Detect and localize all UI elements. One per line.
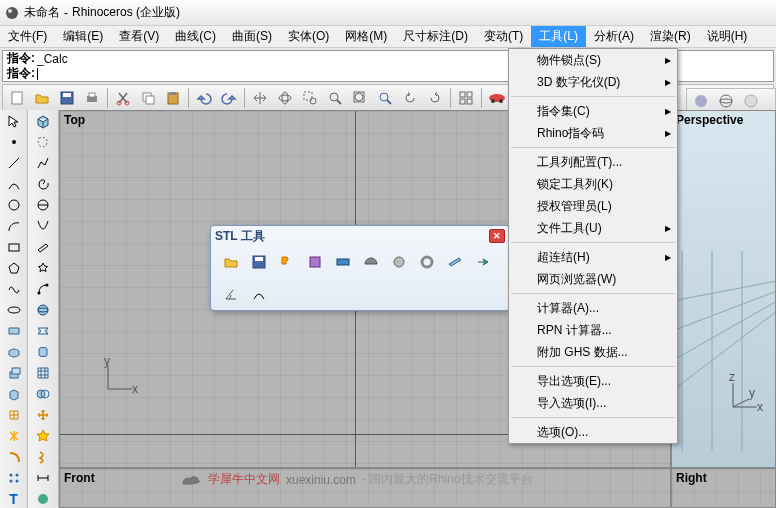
handle-icon[interactable] bbox=[31, 280, 55, 299]
print-icon[interactable] bbox=[80, 86, 104, 110]
ellipse-icon[interactable] bbox=[2, 301, 26, 320]
viewport-label-right[interactable]: Right bbox=[676, 471, 707, 485]
menu-item[interactable]: RPN 计算器... bbox=[509, 319, 677, 341]
menu-item[interactable]: 锁定工具列(K) bbox=[509, 173, 677, 195]
stl-arrow-icon[interactable] bbox=[471, 250, 495, 274]
menu-view[interactable]: 查看(V) bbox=[111, 26, 167, 47]
move-icon[interactable] bbox=[31, 405, 55, 424]
twist-icon[interactable] bbox=[31, 447, 55, 466]
polyline-icon[interactable] bbox=[31, 154, 55, 173]
lasso-icon[interactable] bbox=[31, 133, 55, 152]
ellipse2-icon[interactable] bbox=[31, 196, 55, 215]
stl-arc2-icon[interactable] bbox=[247, 282, 271, 306]
viewport-perspective[interactable]: Perspective zxy bbox=[671, 110, 776, 468]
menu-file[interactable]: 文件(F) bbox=[0, 26, 55, 47]
cut-icon[interactable] bbox=[111, 86, 135, 110]
boolean-icon[interactable] bbox=[31, 384, 55, 403]
pan-icon[interactable] bbox=[248, 86, 272, 110]
stl-tools-panel[interactable]: STL 工具 ✕ bbox=[210, 225, 510, 311]
stl-angle-icon[interactable] bbox=[219, 282, 243, 306]
menu-item[interactable]: 3D 数字化仪(D)▶ bbox=[509, 71, 677, 93]
save-icon[interactable] bbox=[55, 86, 79, 110]
menu-render[interactable]: 渲染(R) bbox=[642, 26, 699, 47]
stl-sphere-icon[interactable] bbox=[387, 250, 411, 274]
command-input[interactable] bbox=[37, 68, 38, 80]
stl-save-icon[interactable] bbox=[247, 250, 271, 274]
plane-icon[interactable] bbox=[31, 238, 55, 257]
spark-icon[interactable] bbox=[31, 426, 55, 445]
circle-icon[interactable] bbox=[2, 196, 26, 215]
stl-slab-icon[interactable] bbox=[331, 250, 355, 274]
zoom-window-icon[interactable] bbox=[298, 86, 322, 110]
menu-help[interactable]: 说明(H) bbox=[699, 26, 756, 47]
undo-view-icon[interactable] bbox=[398, 86, 422, 110]
explode-icon[interactable] bbox=[2, 426, 26, 445]
transform-icon[interactable] bbox=[2, 405, 26, 424]
stl-halfsphere-icon[interactable] bbox=[359, 250, 383, 274]
parabola-icon[interactable] bbox=[31, 217, 55, 236]
sphere-icon[interactable] bbox=[31, 301, 55, 320]
menu-edit[interactable]: 编辑(E) bbox=[55, 26, 111, 47]
undo-icon[interactable] bbox=[192, 86, 216, 110]
rotate-view-icon[interactable] bbox=[273, 86, 297, 110]
menu-surface[interactable]: 曲面(S) bbox=[224, 26, 280, 47]
menu-solid[interactable]: 实体(O) bbox=[280, 26, 337, 47]
polygon-icon[interactable] bbox=[2, 259, 26, 278]
box-icon[interactable] bbox=[31, 112, 55, 131]
open-icon[interactable] bbox=[30, 86, 54, 110]
extrude-icon[interactable] bbox=[2, 363, 26, 382]
redo-icon[interactable] bbox=[217, 86, 241, 110]
curve-icon[interactable] bbox=[2, 175, 26, 194]
close-icon[interactable]: ✕ bbox=[489, 229, 505, 243]
menu-item[interactable]: 文件工具(U)▶ bbox=[509, 217, 677, 239]
menu-item[interactable]: 附加 GHS 数据... bbox=[509, 341, 677, 363]
solid-icon[interactable] bbox=[2, 384, 26, 403]
menu-item[interactable]: 物件锁点(S)▶ bbox=[509, 49, 677, 71]
menu-item[interactable]: 超连结(H)▶ bbox=[509, 246, 677, 268]
viewport-label-top[interactable]: Top bbox=[64, 113, 85, 127]
surface2-icon[interactable] bbox=[2, 342, 26, 361]
line-icon[interactable] bbox=[2, 154, 26, 173]
point-icon[interactable] bbox=[2, 133, 26, 152]
menu-transform[interactable]: 变动(T) bbox=[476, 26, 531, 47]
viewport-label-front[interactable]: Front bbox=[64, 471, 95, 485]
menu-tools[interactable]: 工具(L) bbox=[531, 26, 586, 47]
menu-mesh[interactable]: 网格(M) bbox=[337, 26, 395, 47]
stl-block-icon[interactable] bbox=[303, 250, 327, 274]
menu-item[interactable]: 网页浏览器(W) bbox=[509, 268, 677, 290]
array-icon[interactable] bbox=[2, 468, 26, 487]
menu-item[interactable]: 导出选项(E)... bbox=[509, 370, 677, 392]
spiral-icon[interactable] bbox=[31, 175, 55, 194]
star-icon[interactable] bbox=[31, 259, 55, 278]
menu-item[interactable]: 选项(O)... bbox=[509, 421, 677, 443]
select-arrow-icon[interactable] bbox=[2, 112, 26, 131]
freeform-icon[interactable] bbox=[2, 280, 26, 299]
surface1-icon[interactable] bbox=[2, 322, 26, 341]
loft-icon[interactable] bbox=[31, 322, 55, 341]
redo-view-icon[interactable] bbox=[423, 86, 447, 110]
arc-icon[interactable] bbox=[2, 217, 26, 236]
mesh-icon[interactable] bbox=[31, 363, 55, 382]
dimension-icon[interactable] bbox=[31, 468, 55, 487]
menu-analyze[interactable]: 分析(A) bbox=[586, 26, 642, 47]
stl-ring-icon[interactable] bbox=[415, 250, 439, 274]
menu-item[interactable]: 授权管理员(L) bbox=[509, 195, 677, 217]
viewport-right[interactable]: Right bbox=[671, 468, 776, 508]
zoom-selected-icon[interactable] bbox=[373, 86, 397, 110]
bend-icon[interactable] bbox=[2, 447, 26, 466]
text-icon[interactable]: T bbox=[2, 489, 26, 508]
paste-icon[interactable] bbox=[161, 86, 185, 110]
menu-curve[interactable]: 曲线(C) bbox=[167, 26, 224, 47]
menu-item[interactable]: 导入选项(I)... bbox=[509, 392, 677, 414]
zoom-dynamic-icon[interactable] bbox=[323, 86, 347, 110]
new-icon[interactable] bbox=[5, 86, 29, 110]
menu-item[interactable]: 工具列配置(T)... bbox=[509, 151, 677, 173]
stl-open-icon[interactable] bbox=[219, 250, 243, 274]
stl-plane-icon[interactable] bbox=[443, 250, 467, 274]
stl-puzzle-icon[interactable] bbox=[275, 250, 299, 274]
render-icon[interactable] bbox=[31, 489, 55, 508]
render-car-icon[interactable] bbox=[485, 86, 509, 110]
four-view-icon[interactable] bbox=[454, 86, 478, 110]
copy-icon[interactable] bbox=[136, 86, 160, 110]
zoom-extents-icon[interactable] bbox=[348, 86, 372, 110]
